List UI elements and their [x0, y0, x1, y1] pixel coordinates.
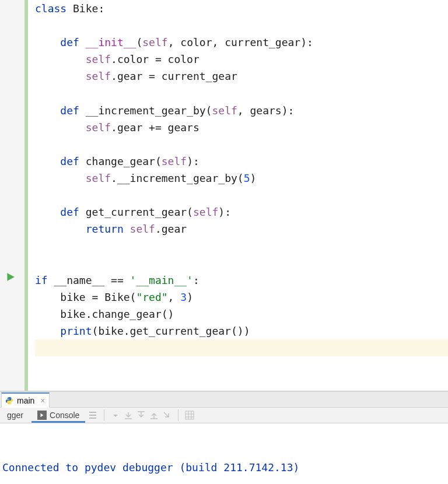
soft-wrap-icon[interactable] [88, 410, 98, 420]
code-line[interactable]: def __init__(self, color, current_gear): [35, 34, 448, 51]
code-line[interactable]: self.__increment_gear_by(5) [35, 170, 448, 187]
code-line[interactable]: self.gear = current_gear [35, 68, 448, 85]
code-line[interactable] [35, 136, 448, 153]
code-line[interactable]: if __name__ == '__main__': [35, 272, 448, 289]
code-line[interactable]: bike.change_gear() [35, 306, 448, 322]
svg-marker-3 [41, 413, 44, 418]
console-icon [37, 411, 47, 420]
run-gutter-icon[interactable] [5, 272, 16, 282]
code-line[interactable] [35, 237, 448, 254]
run-tab-main[interactable]: main × [1, 392, 50, 408]
svg-rect-4 [186, 411, 194, 419]
code-line[interactable]: def change_gear(self): [35, 153, 448, 170]
code-line[interactable]: class Bike: [35, 0, 448, 17]
svg-point-2 [10, 403, 11, 404]
separator [178, 409, 178, 421]
run-tool-window: main × gger Console [0, 391, 448, 484]
code-line[interactable] [35, 339, 448, 356]
code-editor: class Bike: def __init__(self, color, cu… [0, 0, 448, 391]
code-line[interactable]: self.gear += gears [35, 119, 448, 136]
python-icon [5, 397, 13, 405]
svg-point-1 [8, 398, 8, 398]
svg-marker-0 [7, 273, 14, 281]
tab-console[interactable]: Console [32, 408, 85, 423]
code-line[interactable] [35, 17, 448, 34]
code-content[interactable]: class Bike: def __init__(self, color, cu… [28, 0, 448, 391]
code-line[interactable]: print(bike.get_current_gear()) [35, 322, 448, 339]
console-output[interactable]: Connected to pydev debugger (build 211.7… [0, 423, 448, 484]
code-line[interactable] [35, 85, 448, 101]
code-line[interactable]: bike = Bike("red", 3) [35, 289, 448, 306]
console-connect-line: Connected to pydev debugger (build 211.7… [2, 460, 446, 476]
separator [104, 409, 104, 421]
run-tab-label: main [17, 396, 34, 405]
stack-down-icon[interactable] [136, 410, 146, 420]
scroll-to-end-icon[interactable] [162, 410, 172, 420]
tab-debugger[interactable]: gger [1, 408, 29, 423]
code-line[interactable]: self.color = color [35, 51, 448, 68]
gutter [0, 0, 24, 391]
down-stack-icon[interactable] [123, 410, 134, 420]
code-line[interactable]: def get_current_gear(self): [35, 204, 448, 220]
code-line[interactable] [35, 187, 448, 204]
code-line[interactable]: def __increment_gear_by(self, gears): [35, 102, 448, 119]
stack-up-icon[interactable] [149, 410, 159, 420]
run-tab-strip: main × [0, 392, 448, 408]
close-icon[interactable]: × [40, 396, 45, 405]
code-line[interactable]: return self.gear [35, 220, 448, 237]
code-line[interactable] [35, 254, 448, 271]
run-toolbar: gger Console [0, 408, 448, 423]
grid-icon[interactable] [184, 410, 195, 420]
up-stack-icon[interactable] [110, 410, 121, 420]
